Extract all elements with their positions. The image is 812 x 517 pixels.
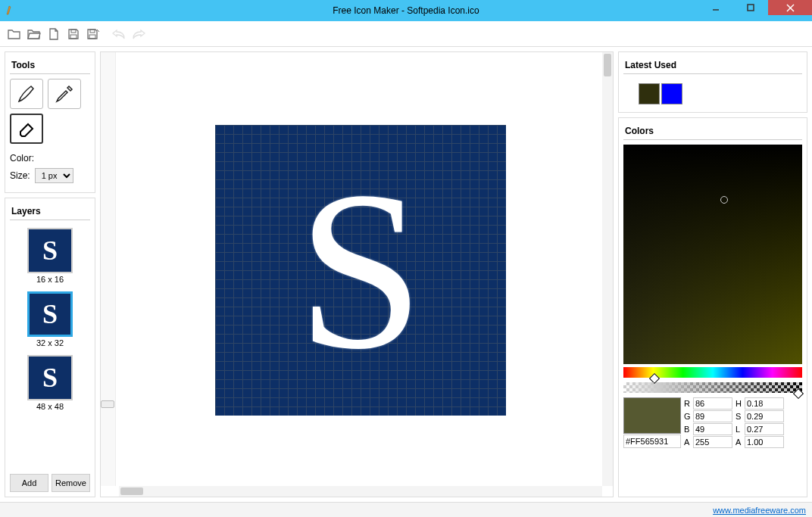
alpha-slider[interactable] — [623, 382, 802, 393]
close-button[interactable] — [768, 0, 812, 15]
window-title: Free Icon Maker - Softpedia Icon.ico — [0, 5, 812, 16]
remove-layer-button[interactable]: Remove — [52, 474, 90, 492]
right-panel: Latest Used Colors #FF565931 R86 — [618, 51, 807, 497]
brush-tool[interactable] — [10, 79, 43, 109]
title-bar: Free Icon Maker - Softpedia Icon.ico — [0, 0, 812, 21]
layer-item-16[interactable]: S 16 x 16 — [27, 228, 73, 284]
b-input[interactable]: 49 — [693, 423, 732, 435]
layer-thumb: S — [27, 228, 73, 273]
color-cursor[interactable] — [720, 196, 728, 204]
left-panel: Tools Color: Size: 1 px Layers S 16 x 16… — [5, 51, 95, 497]
toolbar — [0, 21, 812, 47]
zoom-thumb[interactable] — [101, 400, 114, 408]
open-icon[interactable] — [6, 26, 23, 42]
horizontal-scrollbar[interactable] — [119, 486, 602, 497]
open-folder-icon[interactable] — [26, 26, 42, 42]
layers-header: Layers — [10, 203, 90, 220]
s-label: S — [735, 412, 745, 421]
svg-rect-5 — [70, 35, 77, 39]
svg-rect-1 — [748, 5, 754, 11]
tools-header: Tools — [10, 57, 90, 74]
size-select[interactable]: 1 px — [35, 168, 73, 183]
latest-swatch-1[interactable] — [661, 83, 682, 104]
g-input[interactable]: 89 — [693, 410, 732, 422]
layer-label: 32 x 32 — [27, 338, 73, 347]
tools-panel: Tools Color: Size: 1 px — [5, 51, 95, 193]
layer-thumb: S — [27, 291, 73, 337]
a-input[interactable]: 255 — [693, 436, 732, 448]
h-label: H — [735, 399, 745, 408]
svg-rect-7 — [89, 35, 95, 39]
canvas-area: S — [100, 51, 614, 497]
layer-label: 16 x 16 — [27, 275, 73, 284]
r-input[interactable]: 86 — [693, 397, 732, 410]
size-label: Size: — [10, 170, 30, 181]
maximize-button[interactable] — [733, 0, 768, 15]
pixel-canvas[interactable]: S — [215, 125, 506, 416]
g-label: G — [684, 412, 693, 421]
layer-item-32[interactable]: S 32 x 32 — [27, 291, 73, 347]
latest-swatch-0[interactable] — [639, 83, 660, 104]
layer-list: S 16 x 16 S 32 x 32 S 48 x 48 — [10, 225, 90, 468]
website-link[interactable]: www.mediafreeware.com — [713, 506, 806, 515]
layer-label: 48 x 48 — [27, 402, 73, 411]
color-label: Color: — [10, 153, 34, 164]
canvas-content: S — [215, 125, 506, 416]
new-file-icon[interactable] — [45, 26, 62, 42]
hue-slider[interactable] — [623, 367, 802, 378]
layer-thumb: S — [27, 355, 73, 400]
vertical-scrollbar[interactable] — [602, 52, 613, 486]
hex-input[interactable]: #FF565931 — [623, 434, 681, 448]
latest-used-header: Latest Used — [623, 57, 802, 74]
add-layer-button[interactable]: Add — [10, 474, 48, 492]
b-label: B — [684, 425, 693, 434]
redo-icon[interactable] — [130, 26, 147, 42]
latest-used-panel: Latest Used — [618, 51, 807, 113]
s-input[interactable]: 0.29 — [745, 410, 784, 422]
status-bar: www.mediafreeware.com — [0, 502, 812, 517]
window-controls — [698, 0, 812, 21]
l-input[interactable]: 0.27 — [745, 423, 784, 435]
layers-panel: Layers S 16 x 16 S 32 x 32 S 48 x 48 Add… — [5, 198, 95, 497]
a2-input[interactable]: 1.00 — [745, 436, 784, 448]
r-label: R — [684, 399, 693, 408]
h-input[interactable]: 0.18 — [745, 397, 784, 410]
l-label: L — [735, 425, 745, 434]
color-picker[interactable] — [623, 145, 802, 364]
a-label: A — [684, 438, 693, 447]
layer-item-48[interactable]: S 48 x 48 — [27, 355, 73, 411]
eyedropper-tool[interactable] — [48, 79, 81, 109]
eraser-tool[interactable] — [10, 114, 43, 144]
save-as-icon[interactable] — [85, 26, 102, 42]
current-color-swatch — [623, 397, 681, 434]
save-icon[interactable] — [65, 26, 82, 42]
undo-icon[interactable] — [111, 26, 127, 42]
colors-panel: Colors #FF565931 R86 G89 B49 A255 — [618, 117, 807, 497]
colors-header: Colors — [623, 123, 802, 140]
zoom-slider[interactable] — [101, 52, 116, 486]
minimize-button[interactable] — [698, 0, 733, 15]
a2-label: A — [735, 438, 745, 447]
canvas-viewport[interactable]: S — [119, 57, 602, 486]
app-icon — [5, 5, 17, 17]
